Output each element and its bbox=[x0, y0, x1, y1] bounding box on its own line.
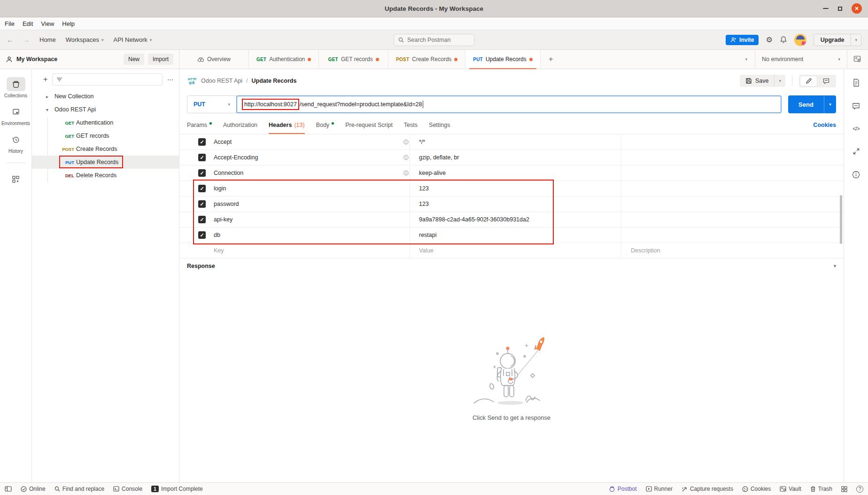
tree-item-authentication[interactable]: GET Authentication bbox=[32, 116, 179, 129]
documentation-icon[interactable] bbox=[852, 79, 860, 87]
row-checkbox[interactable]: ✓ bbox=[198, 231, 206, 239]
capture-requests-button[interactable]: Capture requests bbox=[682, 486, 733, 492]
close-button[interactable]: ✕ bbox=[852, 3, 862, 14]
sidebar-more-icon[interactable]: ⋯ bbox=[167, 76, 174, 83]
tab-body[interactable]: Body bbox=[316, 116, 334, 134]
table-row[interactable]: ✓ Accept */* bbox=[179, 134, 844, 150]
environment-selector[interactable]: No environment ▾ bbox=[755, 50, 847, 69]
menu-file[interactable]: File bbox=[5, 20, 15, 27]
method-selector[interactable]: PUT ▾ bbox=[187, 95, 237, 113]
resize-panel-icon[interactable] bbox=[852, 148, 860, 155]
add-collection-icon[interactable]: + bbox=[43, 75, 47, 84]
table-row[interactable]: ✓ Accept-Encoding gzip, deflate, br bbox=[179, 150, 844, 165]
help-icon[interactable]: ? bbox=[856, 486, 863, 493]
new-button[interactable]: New bbox=[124, 54, 144, 65]
table-row[interactable]: ✓ db restapi bbox=[179, 228, 844, 243]
tree-item-create-records[interactable]: POST Create Records bbox=[32, 142, 179, 156]
new-tab-button[interactable]: + bbox=[541, 50, 561, 69]
table-row[interactable]: ✓ login 123 bbox=[179, 181, 844, 196]
online-status[interactable]: Online bbox=[21, 486, 46, 492]
user-avatar[interactable] bbox=[794, 34, 806, 46]
workspace-title[interactable]: My Workspace bbox=[16, 56, 57, 63]
upgrade-label[interactable]: Upgrade bbox=[814, 34, 851, 46]
tab-tests[interactable]: Tests bbox=[404, 116, 418, 134]
tab-create-records[interactable]: POST Create Records bbox=[388, 50, 465, 69]
save-dropdown[interactable]: ▾ bbox=[774, 75, 785, 87]
tab-settings[interactable]: Settings bbox=[429, 116, 450, 134]
nav-api-network[interactable]: API Network▾ bbox=[114, 36, 152, 43]
search-input[interactable]: Search Postman bbox=[394, 34, 474, 46]
nav-home[interactable]: Home bbox=[39, 36, 56, 43]
rail-item-more-blocks[interactable] bbox=[0, 170, 31, 190]
menu-view[interactable]: View bbox=[41, 20, 54, 27]
sidebar-filter-input[interactable] bbox=[52, 73, 163, 86]
tree-item-new-collection[interactable]: ▸ New Collection bbox=[32, 90, 179, 103]
sidebar-toggle-icon[interactable] bbox=[5, 486, 12, 492]
send-button[interactable]: Send ▾ bbox=[788, 95, 836, 113]
tab-overflow-chevron-icon[interactable]: ▾ bbox=[737, 57, 755, 62]
notifications-bell-icon[interactable] bbox=[780, 36, 787, 44]
table-row[interactable]: ✓ password 123 bbox=[179, 196, 844, 212]
table-row[interactable]: ✓ api-key 9a9a7898-c2ad-4a65-902f-36030b… bbox=[179, 212, 844, 228]
console-button[interactable]: Console bbox=[113, 486, 142, 492]
tab-authentication[interactable]: GET Authentication bbox=[249, 50, 319, 69]
rename-button[interactable] bbox=[800, 76, 817, 86]
postbot-button[interactable]: Postbot bbox=[609, 486, 637, 492]
environment-quick-look-icon[interactable] bbox=[847, 50, 868, 69]
row-checkbox[interactable]: ✓ bbox=[198, 154, 206, 161]
rail-item-history[interactable]: History bbox=[0, 130, 31, 158]
runner-button[interactable]: Runner bbox=[646, 486, 673, 492]
tab-headers[interactable]: Headers(13) bbox=[269, 116, 305, 134]
row-checkbox[interactable]: ✓ bbox=[198, 138, 206, 146]
trash-button[interactable]: Trash bbox=[810, 486, 832, 492]
key-placeholder[interactable]: Key bbox=[209, 247, 410, 254]
forward-icon[interactable]: → bbox=[23, 36, 30, 44]
settings-gear-icon[interactable]: ⚙ bbox=[766, 35, 772, 44]
breadcrumb-collection[interactable]: Odoo REST Api bbox=[201, 78, 242, 84]
minimize-button[interactable] bbox=[823, 8, 829, 9]
import-button[interactable]: Import bbox=[148, 54, 173, 65]
bottom-panel-grid-icon[interactable] bbox=[841, 486, 847, 492]
tab-get-records[interactable]: GET GET records bbox=[319, 50, 388, 69]
status-bar: Online Find and replace Console 1 Import… bbox=[0, 482, 868, 495]
response-collapse-chevron-icon[interactable]: ▾ bbox=[834, 263, 836, 268]
tree-item-update-records[interactable]: PUT Update Records bbox=[32, 156, 179, 169]
breadcrumb-request-name[interactable]: Update Records bbox=[252, 78, 297, 84]
rail-item-environments[interactable]: Environments bbox=[0, 102, 31, 130]
row-checkbox[interactable]: ✓ bbox=[198, 169, 206, 177]
vertical-scrollbar[interactable] bbox=[840, 195, 842, 244]
row-checkbox[interactable]: ✓ bbox=[198, 185, 206, 192]
table-row[interactable]: ✓ Connection keep-alive bbox=[179, 165, 844, 181]
back-icon[interactable]: ← bbox=[7, 36, 13, 44]
tab-overview[interactable]: Overview bbox=[179, 50, 249, 69]
rail-item-collections[interactable]: Collections bbox=[0, 75, 31, 102]
comment-button[interactable] bbox=[818, 76, 835, 86]
menu-edit[interactable]: Edit bbox=[23, 20, 33, 27]
cookies-link[interactable]: Cookies bbox=[813, 122, 836, 128]
table-ghost-row[interactable]: Key Value Description bbox=[179, 243, 844, 259]
tab-pre-request-script[interactable]: Pre-request Script bbox=[345, 116, 393, 134]
maximize-button[interactable] bbox=[838, 7, 842, 11]
find-and-replace[interactable]: Find and replace bbox=[54, 486, 104, 492]
send-dropdown[interactable]: ▾ bbox=[824, 95, 836, 113]
upgrade-dropdown[interactable]: ▾ bbox=[851, 34, 861, 46]
url-input[interactable]: http://localhost:8027/send_request?model… bbox=[236, 95, 782, 113]
vault-button[interactable]: Vault bbox=[780, 486, 801, 492]
tab-params[interactable]: Params bbox=[187, 116, 212, 134]
import-complete-notice[interactable]: 1 Import Complete bbox=[151, 486, 203, 492]
row-checkbox[interactable]: ✓ bbox=[198, 200, 206, 208]
tree-item-get-records[interactable]: GET GET records bbox=[32, 129, 179, 142]
tab-update-records[interactable]: PUT Update Records bbox=[465, 50, 540, 69]
code-snippet-icon[interactable]: </> bbox=[852, 126, 859, 132]
row-checkbox[interactable]: ✓ bbox=[198, 216, 206, 223]
menu-help[interactable]: Help bbox=[62, 20, 75, 27]
save-button[interactable]: Save bbox=[740, 75, 775, 87]
nav-workspaces[interactable]: Workspaces▾ bbox=[66, 36, 104, 43]
tree-item-odoo-rest-api[interactable]: ▾ Odoo REST Api bbox=[32, 103, 179, 116]
tab-authorization[interactable]: Authorization bbox=[223, 116, 257, 134]
cookies-button[interactable]: Cookies bbox=[742, 486, 771, 492]
tree-item-delete-records[interactable]: DEL Delete Records bbox=[32, 169, 179, 182]
comments-icon[interactable] bbox=[852, 102, 860, 110]
invite-button[interactable]: Invite bbox=[726, 35, 759, 45]
info-icon[interactable] bbox=[852, 171, 860, 179]
